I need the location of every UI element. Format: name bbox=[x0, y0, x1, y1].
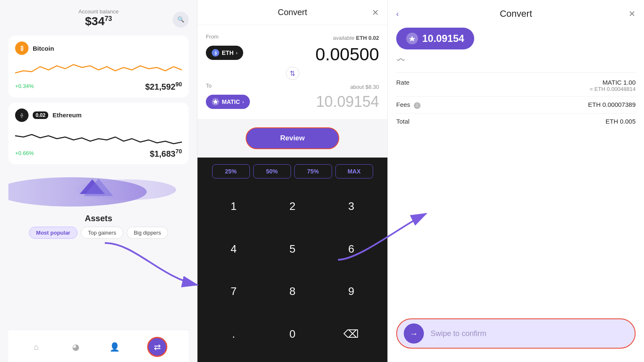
fees-label: Fees i bbox=[396, 101, 421, 109]
key-2[interactable]: 2 bbox=[263, 185, 322, 228]
key-backspace[interactable]: ⌫ bbox=[322, 313, 381, 356]
key-1[interactable]: 1 bbox=[204, 185, 263, 228]
bottom-nav: ⌂ ◕ 👤 ⇄ bbox=[8, 330, 189, 362]
bitcoin-icon: ₿ bbox=[15, 41, 29, 55]
from-label: From bbox=[206, 34, 218, 40]
filter-top-gainers[interactable]: Top gainers bbox=[81, 227, 123, 239]
swipe-section: → Swipe to confirm bbox=[396, 313, 636, 354]
swipe-arrow-icon: → bbox=[404, 323, 424, 344]
bitcoin-chart bbox=[15, 58, 182, 79]
swipe-label: Swipe to confirm bbox=[431, 329, 486, 338]
to-currency-label: MATIC bbox=[222, 98, 240, 105]
rate-row: Rate MATIC 1.00 = ETH 0.00048814 bbox=[396, 75, 636, 97]
key-6[interactable]: 6 bbox=[322, 228, 381, 271]
ethereum-chart bbox=[15, 125, 182, 146]
right-panel: ‹ Convert ✕ 10.09154 Rate MATIC 1.00 = E… bbox=[388, 0, 644, 362]
percent-25[interactable]: 25% bbox=[212, 164, 250, 178]
matic-chevron: › bbox=[242, 100, 244, 104]
left-panel: Account balance $3473 🔍 ₿ Bitcoin +0.34%… bbox=[0, 0, 197, 362]
key-0[interactable]: 0 bbox=[263, 313, 322, 356]
matic-logo bbox=[212, 98, 219, 106]
review-section: Review bbox=[197, 119, 387, 158]
key-4[interactable]: 4 bbox=[204, 228, 263, 271]
filter-most-popular[interactable]: Most popular bbox=[29, 227, 78, 239]
bitcoin-price: $21,59290 bbox=[145, 81, 182, 92]
bitcoin-header: ₿ Bitcoin bbox=[15, 41, 182, 55]
search-button[interactable]: 🔍 bbox=[173, 12, 189, 28]
ethereum-name: Ethereum bbox=[52, 111, 81, 119]
back-button[interactable]: ‹ bbox=[396, 10, 399, 18]
swipe-confirm-button[interactable]: → Swipe to confirm bbox=[396, 318, 636, 349]
assets-section: Assets Most popular Top gainers Big dipp… bbox=[8, 171, 189, 239]
nav-convert[interactable]: ⇄ bbox=[147, 337, 167, 357]
from-row: ⟠ ETH › 0.00500 bbox=[206, 46, 379, 63]
to-amount: 10.09154 bbox=[316, 93, 379, 111]
balance-dollars: $34 bbox=[85, 15, 105, 28]
rate-value: MATIC 1.00 = ETH 0.00048814 bbox=[590, 79, 636, 92]
right-close-button[interactable]: ✕ bbox=[628, 9, 636, 19]
total-row: Total ETH 0.005 bbox=[396, 114, 636, 129]
ethereum-footer: +0.66% $1,68370 bbox=[15, 148, 182, 159]
key-9[interactable]: 9 bbox=[322, 270, 381, 313]
right-header: ‹ Convert ✕ bbox=[396, 8, 636, 19]
matic-symbol bbox=[396, 58, 636, 66]
matic-amount-badge: 10.09154 bbox=[396, 28, 474, 49]
profile-icon: 👤 bbox=[109, 342, 120, 352]
home-icon: ⌂ bbox=[34, 342, 39, 352]
account-balance-section: Account balance $3473 🔍 bbox=[8, 8, 189, 31]
matic-amount-value: 10.09154 bbox=[422, 33, 464, 44]
numpad: 25% 50% 75% MAX 1 2 3 4 5 6 7 8 9 . 0 ⌫ bbox=[197, 158, 387, 362]
ethereum-icon: ⟠ bbox=[15, 109, 29, 122]
bitcoin-card[interactable]: ₿ Bitcoin +0.34% $21,59290 bbox=[8, 36, 189, 98]
convert-icon: ⇄ bbox=[154, 342, 161, 352]
convert-modal-title: Convert bbox=[278, 8, 307, 17]
right-panel-title: Convert bbox=[500, 8, 532, 19]
rate-label: Rate bbox=[396, 79, 410, 86]
to-row: MATIC › 10.09154 bbox=[206, 93, 379, 111]
nav-home[interactable]: ⌂ bbox=[30, 340, 43, 354]
nav-profile[interactable]: 👤 bbox=[108, 340, 122, 354]
nav-chart[interactable]: ◕ bbox=[69, 340, 82, 354]
total-value: ETH 0.005 bbox=[605, 118, 636, 125]
bitcoin-name: Bitcoin bbox=[33, 45, 54, 52]
about-amount: about $8.30 bbox=[350, 84, 379, 90]
fees-value: ETH 0.00007389 bbox=[588, 101, 636, 108]
eth-badge: 0.02 bbox=[33, 111, 48, 119]
percent-50[interactable]: 50% bbox=[253, 164, 291, 178]
from-currency-label: ETH bbox=[222, 49, 234, 56]
filter-big-dippers[interactable]: Big dippers bbox=[127, 227, 168, 239]
account-balance-label: Account balance bbox=[8, 8, 189, 15]
key-7[interactable]: 7 bbox=[204, 270, 263, 313]
chart-icon: ◕ bbox=[72, 342, 79, 352]
assets-title: Assets bbox=[8, 214, 189, 223]
ethereum-header: ⟠ 0.02 Ethereum bbox=[15, 109, 182, 122]
convert-form: From available ETH 0.02 ⟠ ETH › 0.00500 … bbox=[197, 25, 387, 119]
percent-75[interactable]: 75% bbox=[294, 164, 332, 178]
swap-row: ⇅ bbox=[206, 67, 379, 80]
review-button[interactable]: Review bbox=[246, 127, 339, 149]
key-3[interactable]: 3 bbox=[322, 185, 381, 228]
percent-max[interactable]: MAX bbox=[335, 164, 373, 178]
key-8[interactable]: 8 bbox=[263, 270, 322, 313]
matic-currency-button[interactable]: MATIC › bbox=[206, 95, 250, 109]
key-dot[interactable]: . bbox=[204, 313, 263, 356]
to-label: To bbox=[206, 83, 212, 89]
middle-panel: Convert ✕ From available ETH 0.02 ⟠ ETH … bbox=[197, 0, 388, 362]
account-balance-amount: $3473 bbox=[8, 15, 189, 28]
ethereum-change: +0.66% bbox=[15, 150, 34, 156]
swap-button[interactable]: ⇅ bbox=[286, 67, 299, 80]
convert-close-button[interactable]: ✕ bbox=[372, 8, 379, 18]
from-amount: 0.00500 bbox=[315, 46, 379, 63]
ethereum-card[interactable]: ⟠ 0.02 Ethereum +0.66% $1,68370 bbox=[8, 103, 189, 165]
eth-logo: ⟠ bbox=[212, 49, 219, 57]
total-label: Total bbox=[396, 118, 410, 125]
key-5[interactable]: 5 bbox=[263, 228, 322, 271]
available-text: available ETH 0.02 bbox=[333, 35, 379, 41]
fees-info-icon[interactable]: i bbox=[414, 102, 421, 109]
numpad-grid: 1 2 3 4 5 6 7 8 9 . 0 ⌫ bbox=[204, 185, 381, 355]
fees-row: Fees i ETH 0.00007389 bbox=[396, 97, 636, 114]
eth-chevron: › bbox=[236, 51, 237, 55]
purple-blob bbox=[8, 171, 184, 209]
divider-top bbox=[396, 72, 636, 73]
eth-currency-button[interactable]: ⟠ ETH › bbox=[206, 46, 243, 60]
